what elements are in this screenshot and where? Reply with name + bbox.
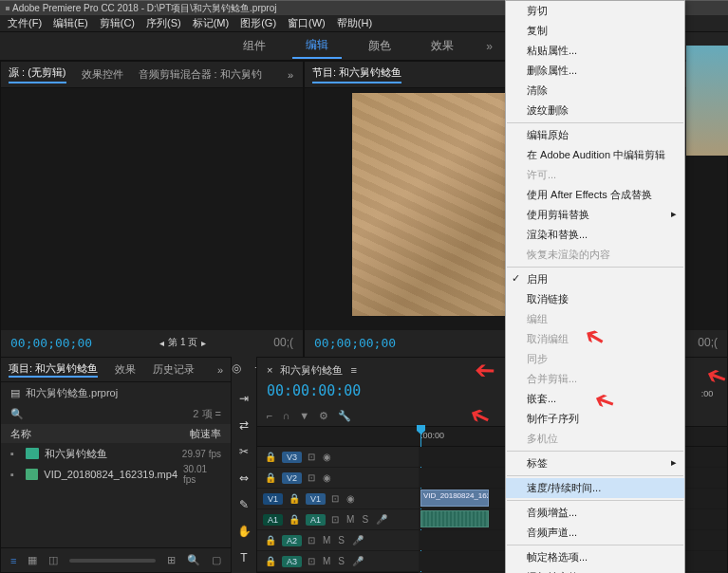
- col-name[interactable]: 名称: [10, 427, 190, 441]
- menu-file[interactable]: 文件(F): [2, 14, 47, 32]
- col-fps[interactable]: 帧速率: [190, 427, 221, 441]
- snap-icon[interactable]: ⌐: [267, 410, 272, 421]
- menu-edit[interactable]: 编辑(E): [47, 14, 94, 32]
- menu-clip[interactable]: 剪辑(C): [94, 14, 140, 32]
- pen-tool-icon[interactable]: ✎: [236, 497, 252, 512]
- panel-menu-icon[interactable]: »: [217, 364, 223, 376]
- window-title: Adobe Premiere Pro CC 2018 - D:\PT项目\和六舅…: [12, 2, 276, 15]
- bin-icon: ▤: [10, 387, 20, 399]
- ctx-item[interactable]: 合并剪辑...: [506, 369, 684, 389]
- video-icon: [26, 469, 39, 480]
- ctx-item[interactable]: 编辑原始: [506, 125, 684, 145]
- video-clip[interactable]: VID_20180824_1623: [420, 490, 489, 507]
- ctx-item[interactable]: 速度/持续时间...: [506, 478, 684, 498]
- icon-view-icon[interactable]: ▦: [28, 554, 37, 566]
- chevron-left-icon[interactable]: ◂: [159, 338, 164, 348]
- workspace-overflow-icon[interactable]: »: [480, 40, 498, 53]
- ctx-item[interactable]: 嵌套...: [506, 389, 684, 409]
- chevron-right-icon[interactable]: ▸: [201, 338, 206, 348]
- find-icon[interactable]: 🔍: [187, 554, 200, 566]
- wrench-icon[interactable]: 🔧: [338, 410, 351, 422]
- lock-icon[interactable]: 🔒: [263, 452, 278, 462]
- ctx-item[interactable]: 使用剪辑替换▸: [506, 205, 684, 225]
- menu-window[interactable]: 窗口(W): [282, 14, 331, 32]
- program-tc-in[interactable]: 00;00;00;00: [314, 336, 396, 350]
- ctx-item[interactable]: 渲染和替换...: [506, 225, 684, 245]
- effects-tab[interactable]: 效果: [115, 362, 136, 377]
- menu-graphic[interactable]: 图形(G): [234, 14, 282, 32]
- zoom-slider[interactable]: [69, 559, 156, 563]
- ctx-item[interactable]: 编组: [506, 309, 684, 329]
- ctx-item[interactable]: 删除属性...: [506, 61, 684, 81]
- ctx-item[interactable]: 标签▸: [506, 453, 684, 473]
- lock-icon[interactable]: 🔒: [287, 514, 302, 525]
- mic-icon[interactable]: 🎤: [350, 535, 365, 545]
- ctx-item[interactable]: 清除: [506, 81, 684, 101]
- ctx-item[interactable]: 许可...: [506, 165, 684, 185]
- project-breadcrumb[interactable]: 和六舅钓鲶鱼.prproj: [26, 386, 118, 400]
- tab-color[interactable]: 颜色: [355, 34, 404, 58]
- panel-menu-icon[interactable]: »: [288, 69, 295, 81]
- ctx-item[interactable]: 剪切: [506, 1, 684, 21]
- ctx-item[interactable]: 取消链接: [506, 289, 684, 309]
- item-count: 2 项 =: [193, 407, 221, 421]
- source-tc-in[interactable]: 00;00;00;00: [10, 336, 92, 350]
- freeform-view-icon[interactable]: ◫: [48, 554, 58, 566]
- ctx-item[interactable]: 同步: [506, 349, 684, 369]
- lock-icon[interactable]: 🔒: [263, 535, 278, 545]
- bin-item[interactable]: ▪ VID_20180824_162319.mp4 30.01 fps: [1, 464, 231, 485]
- ctx-item[interactable]: ✓启用: [506, 269, 684, 289]
- lock-icon[interactable]: 🔒: [263, 472, 278, 483]
- fx-controls-tab[interactable]: 效果控件: [82, 67, 123, 82]
- ctx-item[interactable]: 多机位: [506, 429, 684, 449]
- list-view-icon[interactable]: ≡: [10, 555, 16, 566]
- menu-marker[interactable]: 标记(M): [187, 14, 235, 32]
- ctx-item[interactable]: 音频增益...: [506, 503, 684, 523]
- new-bin-icon[interactable]: ▢: [212, 554, 221, 566]
- project-tab[interactable]: 项目: 和六舅钓鲶鱼: [9, 361, 98, 378]
- ctx-item[interactable]: 复制: [506, 21, 684, 41]
- ctx-item[interactable]: 音频声道...: [506, 523, 684, 543]
- ripple-tool-icon[interactable]: ⇄: [236, 417, 252, 433]
- settings-icon[interactable]: ⚙: [319, 410, 328, 422]
- ctx-item[interactable]: 波纹删除: [506, 101, 684, 120]
- type-tool-icon[interactable]: T: [236, 550, 252, 565]
- link-icon[interactable]: ∩: [282, 410, 289, 421]
- mic-icon[interactable]: 🎤: [350, 556, 365, 566]
- track-select-tool-icon[interactable]: ⇥: [236, 391, 252, 406]
- timeline-tc[interactable]: 00:00:00:00: [267, 382, 361, 399]
- source-tab[interactable]: 源 : (无剪辑): [9, 65, 66, 83]
- source-monitor[interactable]: [1, 88, 303, 330]
- tab-effects[interactable]: 效果: [418, 34, 467, 58]
- ctx-item[interactable]: 取消编组: [506, 329, 684, 349]
- tab-assemble[interactable]: 组件: [230, 34, 279, 58]
- auto-seq-icon[interactable]: ⊞: [167, 554, 176, 566]
- timeline-tools: ▶ ⇥ ⇄ ✂ ⇔ ✎ ✋ T: [232, 357, 256, 573]
- mic-icon[interactable]: 🎤: [374, 514, 389, 525]
- slip-tool-icon[interactable]: ⇔: [236, 471, 252, 486]
- audio-mixer-tab[interactable]: 音频剪辑混合器 : 和六舅钓: [139, 67, 262, 82]
- ctx-item[interactable]: 在 Adobe Audition 中编辑剪辑: [506, 145, 684, 165]
- ctx-item[interactable]: 粘贴属性...: [506, 41, 684, 61]
- lock-icon[interactable]: 🔒: [263, 556, 278, 566]
- program-tab[interactable]: 节目: 和六舅钓鲶鱼: [312, 65, 401, 83]
- lock-icon[interactable]: 🔒: [287, 493, 302, 504]
- audio-clip[interactable]: [420, 510, 489, 527]
- menu-help[interactable]: 帮助(H): [331, 14, 378, 32]
- tab-edit[interactable]: 编辑: [292, 33, 342, 59]
- marker-icon[interactable]: ▼: [299, 410, 309, 421]
- history-tab[interactable]: 历史记录: [153, 362, 195, 377]
- context-menu: 剪切复制粘贴属性...删除属性...清除波纹删除编辑原始在 Adobe Audi…: [505, 0, 685, 573]
- export-frame-icon[interactable]: ◎: [232, 361, 241, 375]
- ctx-item[interactable]: 制作子序列: [506, 409, 684, 429]
- razor-tool-icon[interactable]: ✂: [236, 444, 252, 459]
- timeline-tab[interactable]: 和六舅钓鲶鱼: [280, 363, 343, 378]
- hand-tool-icon[interactable]: ✋: [236, 524, 252, 539]
- search-icon[interactable]: 🔍: [10, 408, 24, 420]
- ctx-item[interactable]: 帧定格选项...: [506, 547, 684, 567]
- ctx-item[interactable]: 使用 After Effects 合成替换: [506, 185, 684, 205]
- ctx-item[interactable]: 恢复未渲染的内容: [506, 245, 684, 265]
- ctx-item[interactable]: 添加帧定格: [506, 567, 684, 573]
- menu-seq[interactable]: 序列(S): [140, 14, 187, 32]
- bin-item[interactable]: ▪ 和六舅钓鲶鱼 29.97 fps: [1, 443, 231, 464]
